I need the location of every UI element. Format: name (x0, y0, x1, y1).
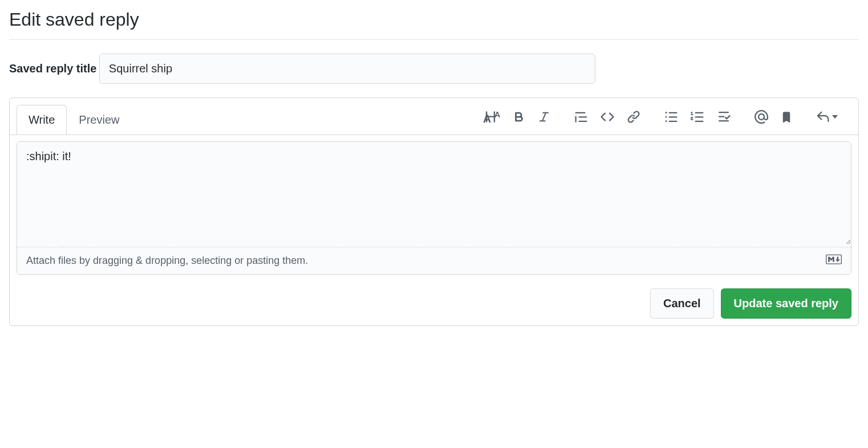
markdown-toolbar: A A (474, 107, 851, 135)
numbered-list-icon[interactable] (688, 108, 707, 126)
tab-write[interactable]: Write (17, 105, 67, 135)
editor-header: Write Preview A A (10, 98, 858, 135)
title-input[interactable] (99, 54, 595, 84)
italic-icon[interactable] (536, 108, 553, 125)
title-field-label: Saved reply title (9, 62, 96, 75)
quote-icon[interactable] (572, 108, 590, 126)
comment-editor: Write Preview A A (9, 97, 859, 326)
tab-preview[interactable]: Preview (67, 105, 131, 135)
body-textarea[interactable] (17, 142, 851, 245)
editor-body: Attach files by dragging & dropping, sel… (10, 135, 858, 282)
attach-hint-text: Attach files by dragging & dropping, sel… (26, 255, 308, 267)
svg-text:A: A (483, 112, 491, 124)
page-title: Edit saved reply (9, 9, 859, 40)
markdown-icon[interactable] (826, 254, 842, 267)
tasklist-icon[interactable] (715, 108, 733, 126)
submit-button[interactable]: Update saved reply (721, 288, 851, 319)
heading-icon[interactable]: A A (481, 107, 502, 127)
link-icon[interactable] (624, 108, 643, 126)
bold-icon[interactable] (510, 108, 528, 125)
attach-hint-bar[interactable]: Attach files by dragging & dropping, sel… (17, 247, 851, 274)
code-icon[interactable] (598, 108, 616, 126)
form-actions: Cancel Update saved reply (10, 282, 858, 325)
cancel-button[interactable]: Cancel (650, 288, 714, 319)
editor-tabs: Write Preview (17, 105, 131, 135)
mention-icon[interactable] (752, 108, 770, 126)
saved-reply-icon[interactable] (814, 108, 840, 126)
reference-icon[interactable] (778, 108, 794, 126)
bulleted-list-icon[interactable] (662, 108, 680, 126)
